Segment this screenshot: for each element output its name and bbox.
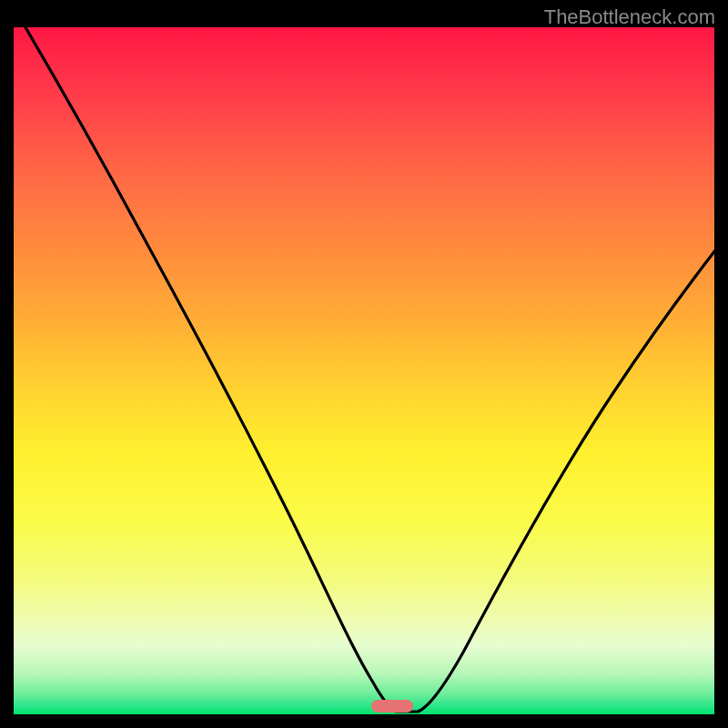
plot-area xyxy=(14,27,714,714)
chart-container: TheBottleneck.com xyxy=(0,0,728,728)
optimal-marker xyxy=(371,700,413,713)
chart-svg xyxy=(14,27,714,714)
bottleneck-curve xyxy=(23,27,714,712)
watermark-text: TheBottleneck.com xyxy=(544,5,715,29)
